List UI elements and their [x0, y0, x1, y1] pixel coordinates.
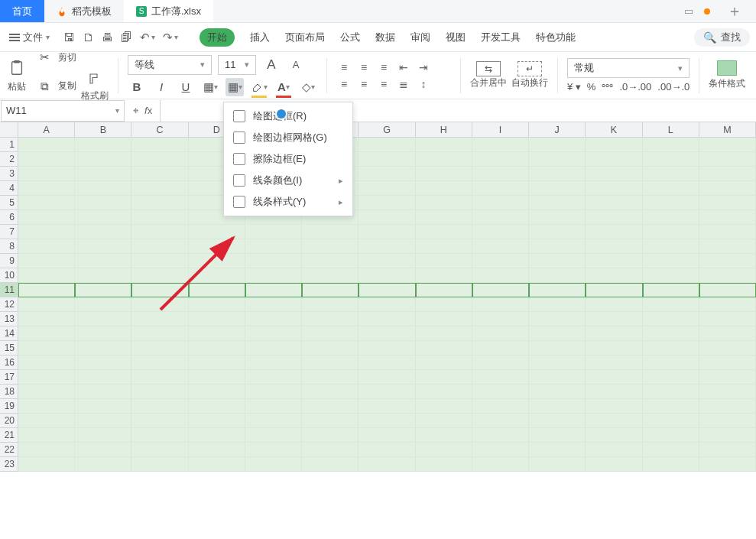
cell[interactable]	[245, 297, 302, 312]
cell[interactable]	[472, 239, 529, 254]
format-painter-button[interactable]: 格式刷	[81, 70, 109, 102]
cell[interactable]	[302, 428, 359, 443]
cell[interactable]	[586, 283, 642, 297]
currency-icon[interactable]: ¥ ▾	[567, 81, 581, 93]
cell[interactable]	[131, 196, 188, 210]
cell[interactable]	[75, 225, 131, 239]
align-left-icon[interactable]: ≡	[336, 78, 352, 90]
row-header[interactable]: 9	[0, 254, 18, 268]
cell[interactable]	[18, 268, 75, 283]
column-header[interactable]: C	[131, 122, 188, 137]
menu-draw-grid[interactable]: 绘图边框网格(G)	[224, 127, 352, 148]
cell[interactable]	[189, 341, 245, 356]
align-middle-icon[interactable]: ≡	[356, 61, 372, 73]
cell[interactable]	[245, 428, 302, 443]
wrap-text-button[interactable]: ↵ 自动换行	[511, 61, 548, 89]
cell[interactable]	[131, 428, 188, 443]
cell[interactable]	[529, 283, 586, 297]
underline-button[interactable]: U	[177, 78, 195, 96]
cell[interactable]	[416, 370, 472, 385]
cell[interactable]	[75, 152, 131, 167]
cell[interactable]	[529, 167, 586, 181]
cell[interactable]	[472, 138, 529, 152]
cell[interactable]	[472, 399, 529, 414]
row-header[interactable]: 22	[0, 443, 18, 457]
copy-button[interactable]: ⧉ 复制	[35, 77, 76, 96]
cell[interactable]	[18, 370, 75, 385]
cell[interactable]	[416, 356, 472, 370]
row-header[interactable]: 3	[0, 167, 18, 181]
align-right-icon[interactable]: ≡	[376, 78, 391, 90]
cell[interactable]	[699, 443, 756, 457]
cell[interactable]	[529, 312, 586, 326]
cell[interactable]	[189, 370, 245, 385]
cell[interactable]	[586, 167, 642, 181]
cell[interactable]	[529, 341, 586, 356]
cell[interactable]	[699, 210, 756, 225]
cell[interactable]	[189, 239, 245, 254]
ribbon-tab-formula[interactable]: 公式	[340, 31, 360, 44]
cell[interactable]	[302, 356, 359, 370]
cell[interactable]	[302, 370, 359, 385]
cell[interactable]	[643, 399, 699, 414]
justify-icon[interactable]: ≣	[396, 78, 411, 90]
conditional-format-button[interactable]: 条件格式	[709, 60, 745, 90]
cell[interactable]	[245, 356, 302, 370]
cell[interactable]	[586, 297, 642, 312]
align-bottom-icon[interactable]: ≡	[376, 61, 391, 73]
cell[interactable]	[18, 225, 75, 239]
cell[interactable]	[699, 297, 756, 312]
cell[interactable]	[699, 152, 756, 167]
cell[interactable]	[416, 254, 472, 268]
cell[interactable]	[75, 414, 131, 428]
cell[interactable]	[699, 414, 756, 428]
cell[interactable]	[643, 370, 699, 385]
row-header[interactable]: 15	[0, 341, 18, 356]
cell[interactable]	[131, 268, 188, 283]
cell[interactable]	[245, 239, 302, 254]
draw-border-button[interactable]: ▦▾	[226, 78, 244, 96]
cell[interactable]	[586, 239, 642, 254]
menu-erase-border[interactable]: 擦除边框(E)	[224, 148, 352, 170]
ribbon-tab-insert[interactable]: 插入	[250, 31, 270, 44]
cell[interactable]	[529, 152, 586, 167]
name-box[interactable]: W11 ▾	[1, 100, 125, 122]
row-header[interactable]: 4	[0, 181, 18, 196]
menu-line-color[interactable]: 线条颜色(I) ▸	[224, 170, 352, 191]
cell[interactable]	[586, 414, 642, 428]
cell[interactable]	[359, 268, 415, 283]
cell[interactable]	[472, 225, 529, 239]
cell[interactable]	[359, 167, 415, 181]
menu-line-style[interactable]: 线条样式(Y) ▸	[224, 191, 352, 213]
italic-button[interactable]: I	[152, 78, 170, 96]
cell[interactable]	[131, 138, 188, 152]
cell[interactable]	[699, 457, 756, 472]
cell[interactable]	[529, 297, 586, 312]
cell[interactable]	[586, 341, 642, 356]
cell[interactable]	[245, 370, 302, 385]
column-header[interactable]: J	[529, 122, 586, 137]
clear-format-button[interactable]: ◇▾	[299, 78, 317, 96]
ribbon-tab-dev[interactable]: 开发工具	[481, 31, 521, 44]
cell[interactable]	[359, 399, 415, 414]
cell[interactable]	[18, 443, 75, 457]
cell[interactable]	[75, 312, 131, 326]
cell[interactable]	[472, 356, 529, 370]
cell[interactable]	[416, 268, 472, 283]
cell[interactable]	[302, 297, 359, 312]
cell[interactable]	[699, 385, 756, 399]
cell[interactable]	[131, 341, 188, 356]
cell[interactable]	[586, 312, 642, 326]
cell[interactable]	[18, 457, 75, 472]
cell[interactable]	[359, 138, 415, 152]
fill-color-button[interactable]: ▾	[250, 78, 268, 96]
cell[interactable]	[472, 457, 529, 472]
cell[interactable]	[416, 341, 472, 356]
paste-icon[interactable]	[6, 57, 28, 79]
column-header[interactable]: G	[359, 122, 415, 137]
row-header[interactable]: 17	[0, 370, 18, 385]
tab-template[interactable]: 稻壳模板	[44, 0, 124, 22]
cell[interactable]	[189, 356, 245, 370]
cell[interactable]	[245, 254, 302, 268]
undo-button[interactable]: ↶▾	[140, 31, 155, 44]
